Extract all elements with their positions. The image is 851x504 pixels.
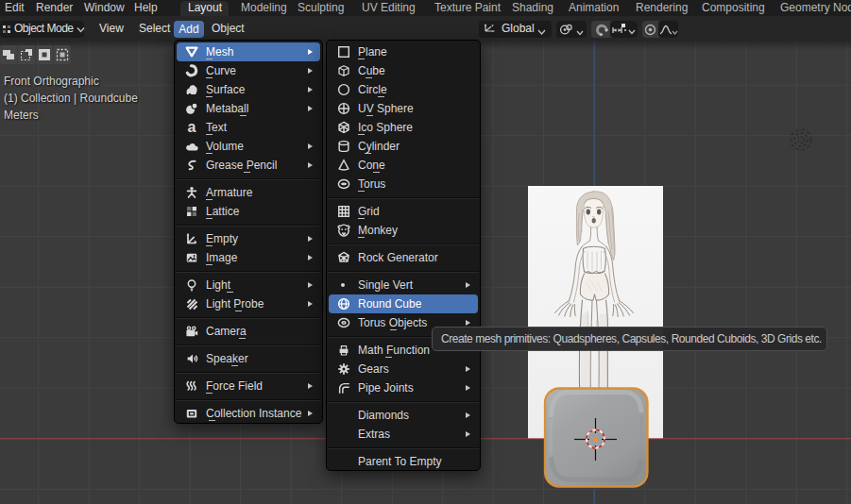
svg-text:a: a (188, 121, 196, 134)
